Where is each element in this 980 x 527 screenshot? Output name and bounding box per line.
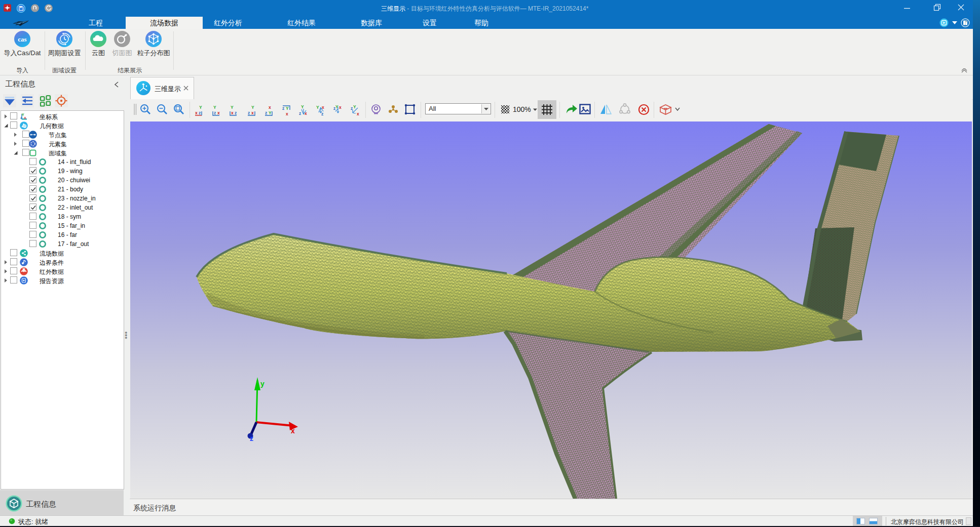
svg-text:z: z xyxy=(214,110,216,115)
svg-text:x: x xyxy=(217,110,220,115)
svg-text:cas: cas xyxy=(18,35,26,43)
svg-text:z: z xyxy=(250,434,253,442)
svg-text:x: x xyxy=(24,116,26,119)
svg-text:z: z xyxy=(299,111,301,116)
svg-text:Y: Y xyxy=(269,110,272,115)
svg-text:Y: Y xyxy=(213,105,216,110)
svg-text:Y: Y xyxy=(316,105,319,110)
svg-text:z: z xyxy=(282,106,284,111)
svg-text:x: x xyxy=(251,110,254,115)
svg-text:z: z xyxy=(199,110,201,115)
svg-text:Y: Y xyxy=(286,106,289,111)
svg-text:Y: Y xyxy=(231,105,234,110)
svg-text:z: z xyxy=(265,110,267,115)
svg-text:y: y xyxy=(260,380,265,388)
svg-text:Y: Y xyxy=(301,105,304,109)
svg-text:Y: Y xyxy=(251,105,254,110)
svg-text:x: x xyxy=(339,105,342,110)
svg-text:Y: Y xyxy=(199,105,202,110)
svg-text:x: x xyxy=(357,111,359,116)
svg-text:Y: Y xyxy=(335,105,338,109)
svg-text:Y: Y xyxy=(353,105,356,109)
svg-text:x: x xyxy=(286,111,288,116)
svg-text:x: x xyxy=(291,427,295,435)
svg-text:x: x xyxy=(269,105,271,110)
svg-text:x: x xyxy=(195,110,198,115)
svg-text:z: z xyxy=(235,110,237,115)
svg-text:z: z xyxy=(321,111,323,116)
svg-text:z: z xyxy=(248,110,250,115)
svg-text:z: z xyxy=(20,116,22,119)
svg-text:x: x xyxy=(231,110,234,115)
